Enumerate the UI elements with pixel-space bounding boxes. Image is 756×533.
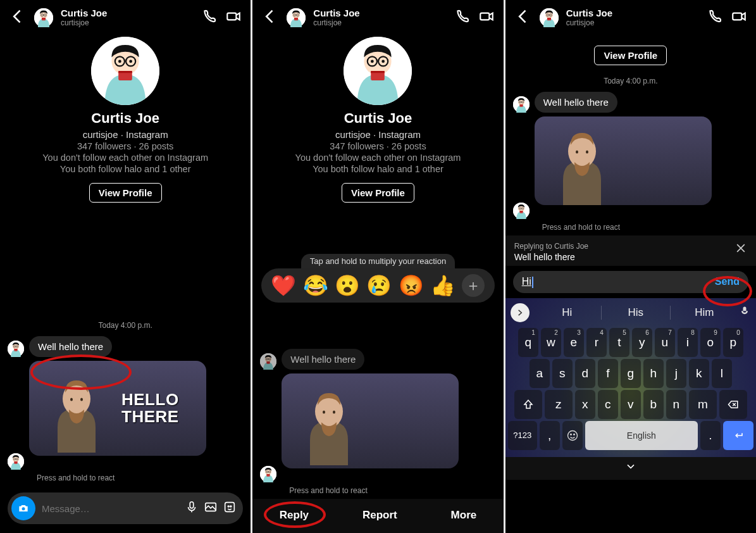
key-b[interactable]: b xyxy=(643,390,664,419)
message-bubble[interactable]: Well hello there xyxy=(535,92,617,113)
sender-avatar[interactable] xyxy=(260,466,276,482)
key-x[interactable]: x xyxy=(575,390,595,419)
key-z[interactable]: z xyxy=(545,390,573,419)
video-call-button[interactable] xyxy=(225,8,242,27)
message-bubble[interactable]: Well hello there xyxy=(282,349,364,370)
video-call-button[interactable] xyxy=(478,8,495,27)
enter-key[interactable] xyxy=(723,421,753,450)
sticker-button[interactable] xyxy=(223,500,237,517)
key-s[interactable]: s xyxy=(552,359,573,388)
key-d[interactable]: d xyxy=(575,359,595,388)
key-t[interactable]: t5 xyxy=(609,328,629,357)
key-n[interactable]: n xyxy=(666,390,686,419)
cancel-reply-button[interactable] xyxy=(734,242,747,257)
key-p[interactable]: p0 xyxy=(723,328,743,357)
react-hint: Press and hold to react xyxy=(37,473,251,482)
audio-call-button[interactable] xyxy=(707,8,723,27)
key-a[interactable]: a xyxy=(530,359,550,388)
sender-avatar[interactable] xyxy=(260,353,276,370)
svg-point-21 xyxy=(567,430,577,440)
sender-avatar[interactable] xyxy=(513,203,530,219)
audio-call-button[interactable] xyxy=(201,8,218,27)
key-q[interactable]: q1 xyxy=(518,328,538,357)
gif-attachment[interactable] xyxy=(535,116,712,205)
profile-avatar[interactable] xyxy=(91,37,159,105)
header-identity[interactable]: Curtis Joe curtisjoe xyxy=(566,8,699,27)
back-button[interactable] xyxy=(261,8,279,28)
key-y[interactable]: y6 xyxy=(632,328,652,357)
key-g[interactable]: g xyxy=(621,359,641,388)
audio-call-button[interactable] xyxy=(454,8,471,27)
svg-rect-14 xyxy=(190,502,194,508)
expand-suggestions-button[interactable] xyxy=(511,303,530,322)
view-profile-button[interactable]: View Profile xyxy=(342,183,414,203)
header-avatar[interactable] xyxy=(540,8,559,27)
header-avatar[interactable] xyxy=(287,8,306,27)
key-u[interactable]: u7 xyxy=(655,328,675,357)
gif-attachment[interactable]: HELLO THERE xyxy=(29,361,206,456)
more-action[interactable]: More xyxy=(451,509,477,522)
reaction-sad[interactable]: 😢 xyxy=(366,273,392,298)
key-w[interactable]: w2 xyxy=(541,328,561,357)
profile-avatar[interactable] xyxy=(344,37,412,105)
voice-typing-button[interactable] xyxy=(738,305,751,320)
view-profile-button[interactable]: View Profile xyxy=(594,46,667,65)
header-username: curtisjoe xyxy=(61,19,194,28)
reply-action[interactable]: Reply xyxy=(280,509,309,522)
message-input[interactable] xyxy=(40,503,180,515)
message-action-bar: Reply Report More xyxy=(252,499,503,533)
sender-avatar[interactable] xyxy=(8,341,24,357)
key-v[interactable]: v xyxy=(621,390,641,419)
reaction-wow[interactable]: 😮 xyxy=(335,273,360,298)
key-i[interactable]: i8 xyxy=(678,328,698,357)
backspace-key[interactable] xyxy=(719,390,747,419)
key-k[interactable]: k xyxy=(689,359,709,388)
chat-header: Curtis Joe curtisjoe xyxy=(0,0,251,33)
header-identity[interactable]: Curtis Joe curtisjoe xyxy=(61,8,194,27)
key-f[interactable]: f xyxy=(598,359,618,388)
reaction-tip: Tap and hold to multiply your reaction xyxy=(301,254,455,268)
collapse-keyboard-button[interactable] xyxy=(505,457,756,480)
key-r[interactable]: r4 xyxy=(586,328,607,357)
key-j[interactable]: j xyxy=(666,359,686,388)
suggestion-2[interactable]: His xyxy=(602,306,669,319)
symbols-key[interactable]: ?123 xyxy=(508,421,537,450)
sender-avatar[interactable] xyxy=(8,453,24,470)
key-c[interactable]: c xyxy=(598,390,618,419)
shift-key[interactable] xyxy=(514,390,542,419)
send-button[interactable]: Send xyxy=(715,276,740,287)
reaction-heart[interactable]: ❤️ xyxy=(271,273,296,298)
svg-point-13 xyxy=(22,507,25,510)
gif-attachment[interactable] xyxy=(282,373,459,468)
mic-button[interactable] xyxy=(185,500,199,517)
gallery-button[interactable] xyxy=(204,500,218,517)
key-o[interactable]: o9 xyxy=(700,328,721,357)
key-h[interactable]: h xyxy=(643,359,664,388)
view-profile-button[interactable]: View Profile xyxy=(89,183,162,203)
comma-key[interactable]: , xyxy=(540,421,560,450)
reaction-bar: ❤️ 😂 😮 😢 😡 👍 ＋ xyxy=(261,268,494,303)
key-e[interactable]: e3 xyxy=(564,328,584,357)
header-name: Curtis Joe xyxy=(566,8,699,18)
reaction-thumbs-up[interactable]: 👍 xyxy=(430,273,455,298)
reaction-more-button[interactable]: ＋ xyxy=(462,274,485,297)
video-call-button[interactable] xyxy=(731,8,747,27)
reaction-laugh[interactable]: 😂 xyxy=(303,273,328,298)
reaction-angry[interactable]: 😡 xyxy=(399,273,424,298)
header-identity[interactable]: Curtis Joe curtisjoe xyxy=(313,8,446,27)
suggestion-3[interactable]: Him xyxy=(671,306,738,319)
suggestion-1[interactable]: Hi xyxy=(533,306,601,319)
emoji-key[interactable] xyxy=(562,421,583,450)
key-l[interactable]: l xyxy=(712,359,732,388)
report-action[interactable]: Report xyxy=(363,509,397,522)
message-bubble[interactable]: Well hello there xyxy=(29,336,112,357)
reply-input[interactable]: Hi xyxy=(522,276,715,288)
back-button[interactable] xyxy=(9,8,27,28)
key-m[interactable]: m xyxy=(689,390,717,419)
space-key[interactable]: English xyxy=(585,421,698,450)
back-button[interactable] xyxy=(514,8,532,28)
header-avatar[interactable] xyxy=(34,8,53,27)
sender-avatar[interactable] xyxy=(513,96,530,113)
period-key[interactable]: . xyxy=(700,421,721,450)
camera-button[interactable] xyxy=(11,496,35,520)
